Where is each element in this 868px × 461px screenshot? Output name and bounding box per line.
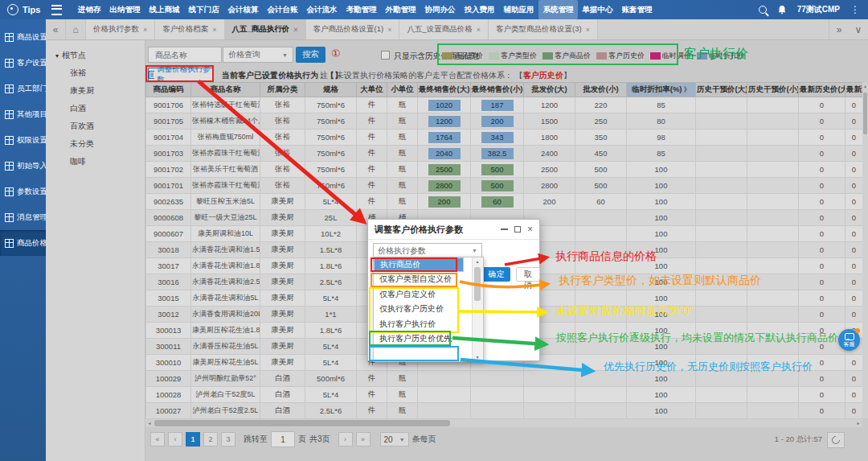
table-row[interactable]: 9001702张裕美乐干红葡萄酒张裕750ml*6件瓶2500500250050… [146,162,863,178]
customer-service-button[interactable]: 客服 [838,329,860,351]
tree-node[interactable]: 张裕 [46,64,145,82]
tree-node[interactable]: 咖啡 [46,153,145,171]
tab-close-icon[interactable]: × [143,26,147,34]
column-header[interactable]: 商品名称 [191,83,260,97]
dropdown-scroll-thumb[interactable] [474,267,481,301]
last-page-button[interactable]: » [356,432,371,447]
tree-root-node[interactable]: ▾根节点 [46,47,145,64]
first-page-button[interactable]: « [150,432,165,447]
history-price-checkbox[interactable] [381,51,390,60]
scroll-down-icon[interactable]: ▾ [473,353,482,361]
table-row[interactable]: 9002635黎旺压榨玉米油5L康美厨5L*4件瓶200602006010000 [146,194,863,210]
table-row[interactable]: 100027泸州老白干52度2.5L白酒2.5L*6件瓶10000 [146,403,863,419]
column-header[interactable]: 批发价(大) [524,83,575,97]
table-row[interactable]: 100029泸州明酿红勋章52°白酒500ml*6件瓶10000 [146,371,863,387]
tab[interactable]: 价格执行参数× [86,19,155,39]
tree-node[interactable]: 康美厨 [46,82,145,100]
column-header[interactable]: 所属分类 [260,83,305,97]
minimize-icon[interactable] [501,228,508,230]
confirm-button[interactable]: 确定 [482,267,510,282]
scroll-right-icon[interactable]: ▸ [854,419,862,427]
table-row[interactable]: 9001704张裕梅鹿辄750ml张裕750ml*6件瓶176434318003… [146,130,863,146]
top-menu-item[interactable]: 线上商城 [145,0,184,19]
sidebar-item[interactable]: 参数设置 [0,179,46,204]
sidebar-item[interactable]: 初始导入 [0,153,46,179]
sidebar-item[interactable]: 消息管理 [0,204,46,230]
tab[interactable]: 客户价格档案× [155,19,224,39]
collapse-tabs-icon[interactable]: « [46,19,66,39]
table-row[interactable]: 9001705张裕橡木桶窖藏24个月…张裕750ml*6件瓶1200200150… [146,113,863,130]
page-number[interactable]: 1 [186,432,200,447]
tab-menu-dropdown-icon[interactable]: ∨ [849,19,868,39]
column-header[interactable]: 最终销售价(大) [418,83,471,97]
table-row[interactable]: 9001701张裕赤霞珠干红葡萄酒…张裕750ml*6件瓶28005002800… [146,178,863,194]
dropdown-option[interactable]: 仅执行客户历史价 [374,302,469,316]
scroll-left-icon[interactable]: ◂ [145,419,154,427]
top-menu-item[interactable]: 辅助应用 [499,0,538,19]
top-menu-item[interactable]: 外勤管理 [381,0,420,19]
notification-bell-icon[interactable] [777,5,787,14]
tab[interactable]: 客户类型商品价格设置(3)× [489,19,598,39]
top-menu-item[interactable]: 会计台账 [263,0,302,19]
search-icon[interactable] [759,6,767,14]
scroll-tabs-right-icon[interactable]: » [829,19,849,39]
price-query-select[interactable]: 价格查询▼ [223,47,293,63]
dropdown-option[interactable]: 仅客户类型自定义价 [374,272,469,286]
scroll-up-icon[interactable]: ▴ [862,82,868,90]
sidebar-item[interactable]: 客户设置 [0,50,46,76]
tree-node[interactable]: 未分类 [46,135,145,153]
top-menu-item[interactable]: 单据中心 [578,0,617,19]
more-options-icon[interactable]: ⋮ [850,5,860,14]
tab[interactable]: 客户商品价格设置(1)× [306,19,400,39]
column-header[interactable]: 小单位 [387,83,418,97]
scroll-up-icon[interactable]: ▴ [473,257,482,265]
top-menu-item[interactable]: 出纳管理 [105,0,145,19]
top-menu-item[interactable]: 系统管理 [538,0,578,19]
dropdown-option[interactable]: 执行客户历史价优先 [374,331,469,346]
top-menu-item[interactable]: 会计流水 [302,0,342,19]
top-menu-item[interactable]: 进销存 [73,0,105,19]
dropdown-option[interactable]: 执行商品价 [374,257,464,272]
tree-node[interactable]: 百欢酒 [46,117,145,135]
column-header[interactable]: 最新历史价(小) [845,83,863,97]
tab-close-icon[interactable]: × [387,26,391,34]
table-row[interactable]: 9001706张裕特选级干红葡萄酒…张裕750ml*6件瓶10201871200… [146,97,863,113]
column-header[interactable]: 大单位 [357,83,387,97]
vertical-scrollbar[interactable]: ▴ [862,82,868,418]
table-row[interactable]: 100028泸州老白干52度5L白酒5L*4件瓶10000 [146,387,863,403]
column-header[interactable]: 规格 [305,83,357,97]
column-header[interactable]: 历史干预价(大) [696,83,747,97]
tab-close-icon[interactable]: × [586,26,590,34]
dropdown-option[interactable]: 仅客户自定义价 [374,287,469,302]
table-row[interactable]: 9001703张裕赤霞珠干红葡萄酒…张裕750ml*6件瓶2040382.524… [146,146,863,162]
column-header[interactable]: 批发价(小) [575,83,627,97]
top-menu-item[interactable]: 协同办公 [420,0,460,19]
horizontal-scrollbar[interactable]: ◂▸ [145,419,862,427]
column-header[interactable]: 历史干预价(小) [747,83,799,97]
page-number[interactable]: 2 [203,432,218,447]
info-icon[interactable]: ① [331,48,341,59]
column-header[interactable]: 临时折扣率(%) 》 [627,83,696,97]
tree-expander-icon[interactable]: ▾ [55,52,59,60]
top-menu-item[interactable]: 考勤管理 [342,0,381,19]
tab[interactable]: 八五_设置商品价格× [399,19,489,39]
tree-node[interactable]: 白酒 [46,100,145,117]
sidebar-item[interactable]: 其他项目 [0,101,46,127]
horizontal-scroll-thumb[interactable] [154,420,450,426]
column-header[interactable]: 最终销售价(小) [471,83,524,97]
search-button[interactable]: 搜索 [296,47,326,63]
tab-close-icon[interactable]: × [477,26,481,34]
jump-page-input[interactable] [271,431,295,447]
page-size-select[interactable]: 20▼ [380,432,409,447]
dropdown-scrollbar[interactable]: ▴ ▾ [472,257,483,361]
product-name-input[interactable] [154,50,216,60]
next-page-button[interactable]: › [338,432,353,447]
top-menu-item[interactable]: 投入费用 [460,0,499,19]
hamburger-menu-icon[interactable] [51,5,62,15]
sort-icon[interactable]: 》 [682,86,690,93]
tab-close-icon[interactable]: × [293,26,297,34]
top-menu-item[interactable]: 线下门店 [184,0,223,19]
column-header[interactable]: 商品编码 [146,83,191,97]
cancel-button[interactable]: 取消 [516,267,540,282]
top-menu-item[interactable]: 账套管理 [617,0,657,19]
